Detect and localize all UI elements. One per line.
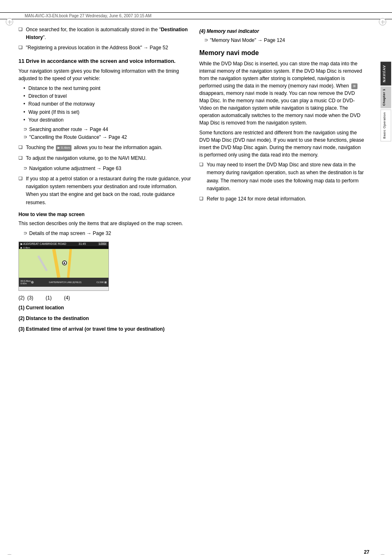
checkbox-item-hear: Touching the ▶ 0.4km allows you to hear …	[18, 144, 191, 152]
map-compass: ⊕	[31, 280, 34, 284]
map-dist-bar: ▶ 0.6km	[19, 246, 108, 249]
header-strip: MAN-AVIC-X3-EN.book Page 27 Wednesday, J…	[0, 12, 392, 19]
nav-volume-ref-list: Navigation volume adjustment → Page 63	[23, 165, 191, 173]
map-body: ▲	[19, 249, 108, 278]
checkbox-list: Touching the ▶ 0.4km allows you to hear …	[18, 144, 191, 162]
memory-navi-heading: Memory navi mode	[199, 49, 365, 57]
map-screen-ref-list: Details of the map screen → Page 32	[23, 230, 191, 237]
map-img-inner: ▶ A10/GREAT CAMBRIDGE ROAD 31:45 LOGI ▶ …	[19, 242, 108, 290]
checkbox-item-volume: To adjust the navigation volume, go to t…	[18, 154, 191, 162]
step11-bullet-list: Distance to the next turning point Direc…	[23, 85, 191, 124]
page-number: 27	[364, 549, 369, 555]
section4-ref-list: "Memory Navi Mode" → Page 124	[204, 37, 365, 44]
arrow-item-2: "Cancelling the Route Guidance" → Page 4…	[23, 134, 191, 141]
intro-checkbox-list: Once searched for, the location is autom…	[18, 26, 191, 52]
position-marker: ▲	[62, 260, 67, 265]
bold-destination-history: Destination History	[26, 27, 188, 40]
bullet-item-5: Your destination	[23, 116, 191, 124]
caption-label-2: (2) Distance to the destination	[18, 315, 191, 322]
memory-navi-body3: Some functions are restricted and differ…	[199, 129, 365, 159]
section4-ref: "Memory Navi Mode" → Page 124	[204, 37, 365, 44]
section4-header: (4) Memory navi indicator	[199, 28, 365, 35]
step11-title: Drive in accordance with the screen and …	[26, 58, 175, 64]
caption-1: (1)	[46, 295, 52, 301]
step11-arrow-list: Searching another route → Page 44 "Cance…	[23, 126, 191, 141]
map-bottom-bar: 00:0.8km 0:00n ⊕ GARTERNHATCH LANE (E|FI…	[19, 278, 108, 287]
memory-navi-checkbox-list: You may need to insert the DVD Map Disc …	[199, 161, 365, 203]
caption-label-1: (1) Current location	[18, 304, 191, 311]
map-screen-header: How to view the map screen	[18, 211, 191, 218]
corner-mark-tl	[6, 18, 13, 25]
left-column: Once searched for, the location is autom…	[18, 23, 191, 335]
map-screen-image: ▶ A10/GREAT CAMBRIDGE ROAD 31:45 LOGI ▶ …	[18, 242, 109, 291]
navi-av-tab: NAVI/AV	[380, 62, 391, 85]
map-dist-box: 00:0.8km 0:00n	[21, 280, 31, 285]
bullet-item-1: Distance to the next turning point	[23, 85, 191, 92]
page-container: MAN-AVIC-X3-EN.book Page 27 Wednesday, J…	[0, 12, 392, 555]
caption-numbers: (2) (3)	[18, 295, 33, 301]
chapter-tab: Chapter 1	[380, 86, 391, 108]
map-scale: CL500 ▦	[97, 281, 107, 283]
map-road-label: ▶ A10/GREAT CAMBRIDGE ROAD	[21, 242, 66, 246]
memory-navi-body1: While the DVD Map Disc is inserted, you …	[199, 60, 365, 127]
nav-volume-ref: Navigation volume adjustment → Page 63	[23, 165, 191, 173]
memory-icon: ⊞	[351, 83, 357, 89]
map-road-2	[67, 249, 72, 278]
map-screen-body: This section describes only the items th…	[18, 220, 191, 227]
map-road-1	[52, 249, 60, 278]
header-text: MAN-AVIC-X3-EN.book Page 27 Wednesday, J…	[25, 14, 152, 18]
side-tabs: NAVI/AV Chapter 1 Basic Operation	[380, 62, 392, 141]
intro-item-1: Once searched for, the location is autom…	[18, 26, 191, 41]
button-img: ▶ 0.4km	[56, 145, 71, 151]
intro-item-2: "Registering a previous location in the …	[18, 44, 191, 52]
stop-info-item: If you stop at a petrol station or a res…	[18, 175, 191, 207]
caption-label-3: (3) Estimated time of arrival (or travel…	[18, 325, 191, 333]
memory-navi-checkbox-1: You may need to insert the DVD Map Disc …	[199, 161, 365, 193]
arrow-item-1: Searching another route → Page 44	[23, 126, 191, 134]
map-logi: LOGI	[98, 242, 107, 245]
map-bottom-road: GARTERNHATCH LANE (E|FIELD)	[34, 281, 97, 283]
map-small-dist: ▶ 0.6km	[21, 246, 30, 249]
step11-header: 11 Drive in accordance with the screen a…	[18, 57, 191, 65]
map-dist2: 0:00n	[21, 282, 31, 285]
corner-mark-tr	[379, 18, 386, 25]
bullet-item-3: Road number of the motorway	[23, 100, 191, 108]
map-caption-row: (2) (3) (1) (4)	[18, 295, 191, 301]
bullet-item-2: Direction of travel	[23, 92, 191, 100]
map-time: 31:45	[78, 242, 86, 245]
map-screen-ref: Details of the map screen → Page 32	[23, 230, 191, 237]
caption-4: (4)	[64, 295, 70, 301]
step11-body: Your navigation system gives you the fol…	[18, 67, 191, 82]
main-content: Once searched for, the location is autom…	[0, 19, 392, 343]
memory-navi-checkbox-2: Refer to page 124 for more detail inform…	[199, 195, 365, 203]
stop-checkbox-list: If you stop at a petrol station or a res…	[18, 175, 191, 207]
map-top-bar: ▶ A10/GREAT CAMBRIDGE ROAD 31:45 LOGI	[19, 242, 108, 246]
bullet-item-4: Way point (If this is set)	[23, 108, 191, 116]
right-column: (4) Memory navi indicator "Memory Navi M…	[199, 23, 380, 335]
basic-operation-tab: Basic Operation	[380, 109, 391, 141]
map-road-3	[37, 255, 47, 271]
